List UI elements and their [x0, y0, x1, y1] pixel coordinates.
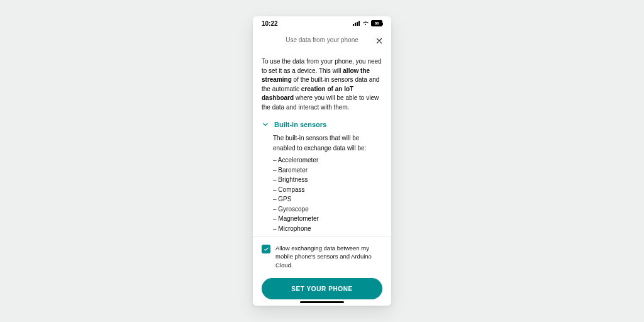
wifi-icon — [362, 21, 369, 26]
consent-row: Allow exchanging data between my mobile … — [262, 244, 382, 269]
status-time: 10:22 — [262, 20, 278, 27]
status-right: 86 — [353, 20, 382, 26]
set-your-phone-button[interactable]: SET YOUR PHONE — [262, 278, 382, 299]
list-item: Magnetometer — [273, 214, 382, 224]
close-button[interactable] — [374, 35, 385, 47]
battery-icon: 86 — [371, 20, 382, 26]
section-body: The built-in sensors that will be enable… — [262, 133, 382, 233]
status-bar: 10:22 86 — [253, 16, 391, 30]
sensor-list: Accelerometer Barometer Brightness Compa… — [273, 155, 382, 233]
consent-checkbox[interactable] — [262, 245, 270, 253]
list-item: GPS — [273, 194, 382, 204]
section-toggle-builtin-sensors[interactable]: Built-in sensors — [262, 121, 382, 128]
section-lead: The built-in sensors that will be enable… — [273, 133, 382, 153]
consent-text: Allow exchanging data between my mobile … — [275, 244, 382, 269]
footer: Allow exchanging data between my mobile … — [253, 236, 391, 306]
cellular-icon — [353, 21, 360, 26]
sheet-header: Use data from your phone — [253, 30, 391, 51]
list-item: Microphone — [273, 224, 382, 234]
close-icon — [375, 37, 383, 45]
home-indicator[interactable] — [300, 301, 344, 303]
section-title: Built-in sensors — [274, 121, 326, 128]
sheet-title: Use data from your phone — [286, 36, 358, 43]
phone-frame: 10:22 86 Use data from your phone To use… — [253, 16, 391, 306]
list-item: Gyroscope — [273, 204, 382, 214]
battery-level: 86 — [375, 21, 379, 25]
list-item: Accelerometer — [273, 155, 382, 165]
content-scroll[interactable]: To use the data from your phone, you nee… — [253, 51, 391, 236]
check-icon — [264, 247, 269, 252]
list-item: Barometer — [273, 165, 382, 175]
list-item: Brightness — [273, 175, 382, 185]
intro-paragraph: To use the data from your phone, you nee… — [262, 57, 382, 112]
list-item: Compass — [273, 185, 382, 195]
chevron-down-icon — [262, 121, 269, 128]
